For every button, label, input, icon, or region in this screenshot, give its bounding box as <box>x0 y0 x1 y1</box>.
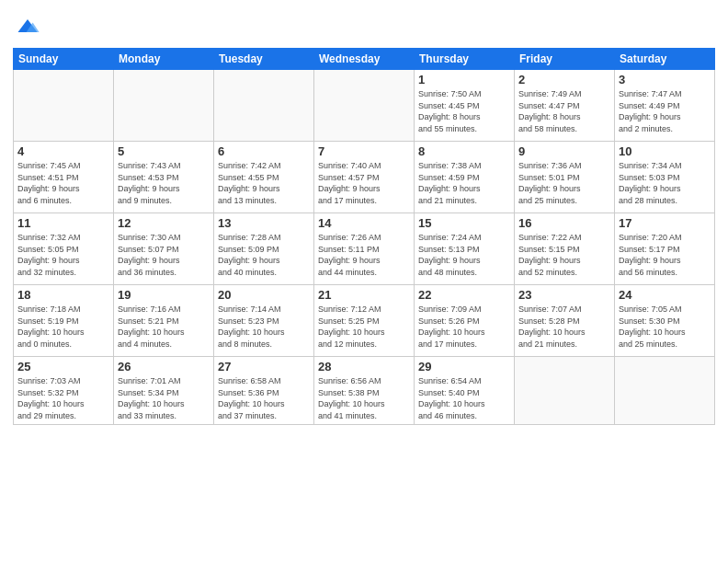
calendar-cell: 11Sunrise: 7:32 AM Sunset: 5:05 PM Dayli… <box>14 213 114 285</box>
calendar-cell: 8Sunrise: 7:38 AM Sunset: 4:59 PM Daylig… <box>415 142 515 213</box>
calendar-cell: 24Sunrise: 7:05 AM Sunset: 5:30 PM Dayli… <box>615 285 715 357</box>
day-number: 27 <box>218 360 310 373</box>
calendar-cell: 25Sunrise: 7:03 AM Sunset: 5:32 PM Dayli… <box>14 357 114 425</box>
calendar-week-row: 11Sunrise: 7:32 AM Sunset: 5:05 PM Dayli… <box>14 213 715 285</box>
day-info: Sunrise: 7:38 AM Sunset: 4:59 PM Dayligh… <box>418 160 510 206</box>
day-info: Sunrise: 7:34 AM Sunset: 5:03 PM Dayligh… <box>619 160 711 206</box>
calendar-cell: 9Sunrise: 7:36 AM Sunset: 5:01 PM Daylig… <box>515 142 615 213</box>
col-header-friday: Friday <box>515 49 615 70</box>
day-info: Sunrise: 7:14 AM Sunset: 5:23 PM Dayligh… <box>218 304 310 350</box>
day-info: Sunrise: 7:03 AM Sunset: 5:32 PM Dayligh… <box>17 375 109 421</box>
calendar-table: SundayMondayTuesdayWednesdayThursdayFrid… <box>13 48 715 425</box>
day-info: Sunrise: 7:05 AM Sunset: 5:30 PM Dayligh… <box>619 304 711 350</box>
day-info: Sunrise: 7:12 AM Sunset: 5:25 PM Dayligh… <box>318 304 410 350</box>
calendar-cell: 16Sunrise: 7:22 AM Sunset: 5:15 PM Dayli… <box>515 213 615 285</box>
day-number: 18 <box>17 288 109 302</box>
day-info: Sunrise: 7:26 AM Sunset: 5:11 PM Dayligh… <box>318 232 410 278</box>
day-number: 16 <box>518 216 610 230</box>
day-number: 6 <box>218 144 310 158</box>
day-number: 8 <box>418 144 510 158</box>
day-info: Sunrise: 6:56 AM Sunset: 5:38 PM Dayligh… <box>318 375 410 421</box>
day-info: Sunrise: 7:28 AM Sunset: 5:09 PM Dayligh… <box>218 232 310 278</box>
day-number: 28 <box>318 360 410 373</box>
calendar-cell <box>14 70 114 142</box>
col-header-monday: Monday <box>114 49 214 70</box>
col-header-thursday: Thursday <box>415 49 515 70</box>
day-number: 15 <box>418 216 510 230</box>
day-info: Sunrise: 7:43 AM Sunset: 4:53 PM Dayligh… <box>118 160 210 206</box>
day-info: Sunrise: 7:16 AM Sunset: 5:21 PM Dayligh… <box>118 304 210 350</box>
day-info: Sunrise: 7:18 AM Sunset: 5:19 PM Dayligh… <box>17 304 109 350</box>
day-number: 20 <box>218 288 310 302</box>
calendar-cell <box>114 70 214 142</box>
calendar-cell: 27Sunrise: 6:58 AM Sunset: 5:36 PM Dayli… <box>214 357 314 425</box>
logo <box>13 13 40 42</box>
day-number: 22 <box>418 288 510 302</box>
calendar-cell: 14Sunrise: 7:26 AM Sunset: 5:11 PM Dayli… <box>314 213 415 285</box>
day-info: Sunrise: 7:01 AM Sunset: 5:34 PM Dayligh… <box>118 375 210 421</box>
day-number: 7 <box>318 144 410 158</box>
day-info: Sunrise: 7:30 AM Sunset: 5:07 PM Dayligh… <box>118 232 210 278</box>
day-number: 1 <box>418 73 510 86</box>
calendar-cell: 18Sunrise: 7:18 AM Sunset: 5:19 PM Dayli… <box>14 285 114 357</box>
day-number: 9 <box>518 144 610 158</box>
calendar-cell: 23Sunrise: 7:07 AM Sunset: 5:28 PM Dayli… <box>515 285 615 357</box>
col-header-wednesday: Wednesday <box>314 49 415 70</box>
calendar-cell: 21Sunrise: 7:12 AM Sunset: 5:25 PM Dayli… <box>314 285 415 357</box>
day-number: 24 <box>619 288 711 302</box>
day-number: 4 <box>17 144 109 158</box>
calendar-cell: 4Sunrise: 7:45 AM Sunset: 4:51 PM Daylig… <box>14 142 114 213</box>
calendar-cell: 2Sunrise: 7:49 AM Sunset: 4:47 PM Daylig… <box>515 70 615 142</box>
day-info: Sunrise: 7:36 AM Sunset: 5:01 PM Dayligh… <box>518 160 610 206</box>
calendar-cell <box>515 357 615 425</box>
col-header-sunday: Sunday <box>14 49 114 70</box>
logo-icon <box>15 13 40 39</box>
day-info: Sunrise: 7:47 AM Sunset: 4:49 PM Dayligh… <box>619 88 711 134</box>
calendar-week-row: 18Sunrise: 7:18 AM Sunset: 5:19 PM Dayli… <box>14 285 715 357</box>
day-info: Sunrise: 7:09 AM Sunset: 5:26 PM Dayligh… <box>418 304 510 350</box>
day-number: 11 <box>17 216 109 230</box>
header <box>13 9 715 42</box>
day-info: Sunrise: 7:24 AM Sunset: 5:13 PM Dayligh… <box>418 232 510 278</box>
day-number: 5 <box>118 144 210 158</box>
day-number: 29 <box>418 360 510 373</box>
calendar-cell: 26Sunrise: 7:01 AM Sunset: 5:34 PM Dayli… <box>114 357 214 425</box>
calendar-cell: 28Sunrise: 6:56 AM Sunset: 5:38 PM Dayli… <box>314 357 415 425</box>
page: SundayMondayTuesdayWednesdayThursdayFrid… <box>0 0 728 563</box>
day-info: Sunrise: 6:54 AM Sunset: 5:40 PM Dayligh… <box>418 375 510 421</box>
calendar-cell: 13Sunrise: 7:28 AM Sunset: 5:09 PM Dayli… <box>214 213 314 285</box>
calendar-cell: 19Sunrise: 7:16 AM Sunset: 5:21 PM Dayli… <box>114 285 214 357</box>
day-info: Sunrise: 7:20 AM Sunset: 5:17 PM Dayligh… <box>619 232 711 278</box>
day-number: 2 <box>518 73 610 86</box>
calendar-cell: 6Sunrise: 7:42 AM Sunset: 4:55 PM Daylig… <box>214 142 314 213</box>
day-number: 23 <box>518 288 610 302</box>
calendar-cell <box>214 70 314 142</box>
calendar-cell: 1Sunrise: 7:50 AM Sunset: 4:45 PM Daylig… <box>415 70 515 142</box>
day-number: 14 <box>318 216 410 230</box>
calendar-cell <box>615 357 715 425</box>
day-number: 21 <box>318 288 410 302</box>
day-number: 12 <box>118 216 210 230</box>
day-number: 17 <box>619 216 711 230</box>
day-info: Sunrise: 7:49 AM Sunset: 4:47 PM Dayligh… <box>518 88 610 134</box>
day-number: 19 <box>118 288 210 302</box>
calendar-week-row: 4Sunrise: 7:45 AM Sunset: 4:51 PM Daylig… <box>14 142 715 213</box>
calendar-header-row: SundayMondayTuesdayWednesdayThursdayFrid… <box>14 49 715 70</box>
day-number: 13 <box>218 216 310 230</box>
day-info: Sunrise: 7:42 AM Sunset: 4:55 PM Dayligh… <box>218 160 310 206</box>
calendar-cell: 29Sunrise: 6:54 AM Sunset: 5:40 PM Dayli… <box>415 357 515 425</box>
day-info: Sunrise: 7:32 AM Sunset: 5:05 PM Dayligh… <box>17 232 109 278</box>
calendar-cell: 3Sunrise: 7:47 AM Sunset: 4:49 PM Daylig… <box>615 70 715 142</box>
day-number: 3 <box>619 73 711 86</box>
day-number: 26 <box>118 360 210 373</box>
day-number: 25 <box>17 360 109 373</box>
calendar-cell: 10Sunrise: 7:34 AM Sunset: 5:03 PM Dayli… <box>615 142 715 213</box>
calendar-cell: 12Sunrise: 7:30 AM Sunset: 5:07 PM Dayli… <box>114 213 214 285</box>
day-info: Sunrise: 6:58 AM Sunset: 5:36 PM Dayligh… <box>218 375 310 421</box>
day-info: Sunrise: 7:40 AM Sunset: 4:57 PM Dayligh… <box>318 160 410 206</box>
day-number: 10 <box>619 144 711 158</box>
calendar-cell: 17Sunrise: 7:20 AM Sunset: 5:17 PM Dayli… <box>615 213 715 285</box>
calendar-cell: 22Sunrise: 7:09 AM Sunset: 5:26 PM Dayli… <box>415 285 515 357</box>
col-header-saturday: Saturday <box>615 49 715 70</box>
calendar-week-row: 1Sunrise: 7:50 AM Sunset: 4:45 PM Daylig… <box>14 70 715 142</box>
